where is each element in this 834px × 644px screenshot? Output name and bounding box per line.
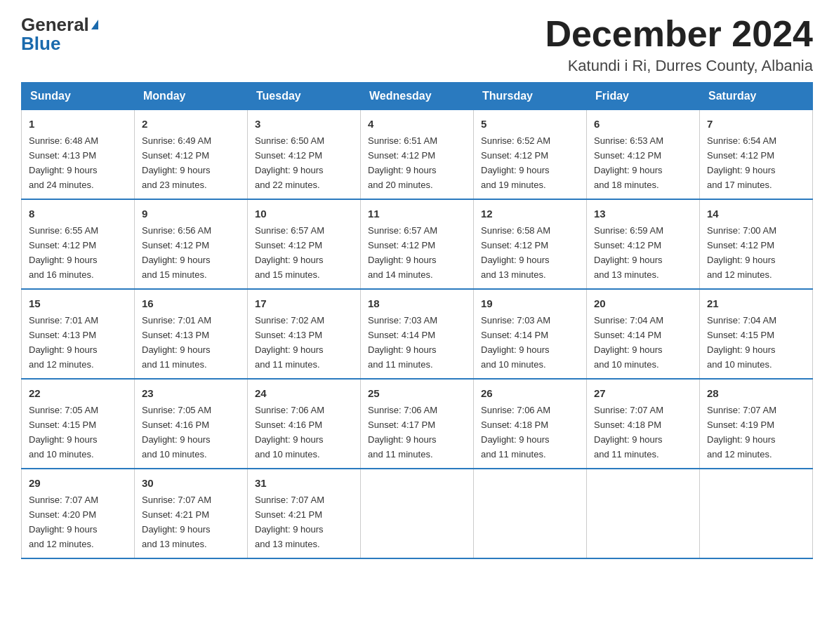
day-number: 16 bbox=[142, 295, 240, 311]
day-number: 9 bbox=[142, 206, 240, 222]
day-number: 17 bbox=[255, 295, 353, 311]
daylight-label: Daylight: 9 hours bbox=[481, 165, 550, 175]
sunrise-info: Sunrise: 7:07 AM bbox=[255, 495, 324, 505]
daylight-minutes: and 10 minutes. bbox=[142, 449, 207, 459]
sunrise-info: Sunrise: 7:03 AM bbox=[481, 315, 550, 326]
sunrise-info: Sunrise: 6:57 AM bbox=[255, 225, 324, 236]
page-subtitle: Katundi i Ri, Durres County, Albania bbox=[545, 57, 813, 75]
day-number: 31 bbox=[255, 475, 353, 491]
sunset-info: Sunset: 4:12 PM bbox=[29, 240, 96, 250]
calendar-cell bbox=[700, 469, 813, 558]
daylight-label: Daylight: 9 hours bbox=[707, 165, 776, 175]
calendar-cell bbox=[474, 469, 587, 558]
day-number: 18 bbox=[368, 295, 466, 311]
calendar-cell: 19 Sunrise: 7:03 AM Sunset: 4:14 PM Dayl… bbox=[474, 289, 587, 379]
day-number: 11 bbox=[368, 206, 466, 222]
daylight-label: Daylight: 9 hours bbox=[29, 524, 98, 535]
sunrise-info: Sunrise: 7:02 AM bbox=[255, 315, 324, 326]
daylight-minutes: and 13 minutes. bbox=[255, 539, 320, 549]
calendar-cell: 7 Sunrise: 6:54 AM Sunset: 4:12 PM Dayli… bbox=[700, 110, 813, 199]
day-number: 6 bbox=[594, 116, 692, 132]
header-friday: Friday bbox=[587, 83, 700, 110]
daylight-minutes: and 11 minutes. bbox=[481, 449, 546, 459]
daylight-minutes: and 10 minutes. bbox=[481, 359, 546, 370]
day-number: 22 bbox=[29, 385, 127, 401]
daylight-label: Daylight: 9 hours bbox=[29, 434, 98, 445]
day-number: 23 bbox=[142, 385, 240, 401]
sunrise-info: Sunrise: 7:01 AM bbox=[142, 315, 211, 326]
daylight-minutes: and 11 minutes. bbox=[255, 359, 320, 370]
calendar-cell: 24 Sunrise: 7:06 AM Sunset: 4:16 PM Dayl… bbox=[248, 379, 361, 469]
day-number: 19 bbox=[481, 295, 579, 311]
calendar-week-5: 29 Sunrise: 7:07 AM Sunset: 4:20 PM Dayl… bbox=[22, 469, 813, 558]
daylight-label: Daylight: 9 hours bbox=[29, 344, 98, 355]
sunset-info: Sunset: 4:12 PM bbox=[142, 150, 209, 161]
calendar-week-2: 8 Sunrise: 6:55 AM Sunset: 4:12 PM Dayli… bbox=[22, 199, 813, 289]
page-header: General Blue December 2024 Katundi i Ri,… bbox=[21, 14, 813, 75]
title-block: December 2024 Katundi i Ri, Durres Count… bbox=[545, 14, 813, 75]
daylight-minutes: and 10 minutes. bbox=[707, 359, 772, 370]
daylight-label: Daylight: 9 hours bbox=[368, 165, 437, 175]
sunset-info: Sunset: 4:14 PM bbox=[594, 330, 661, 340]
daylight-minutes: and 15 minutes. bbox=[142, 269, 207, 280]
daylight-minutes: and 13 minutes. bbox=[142, 539, 207, 549]
daylight-minutes: and 19 minutes. bbox=[481, 180, 546, 190]
sunset-info: Sunset: 4:13 PM bbox=[255, 330, 322, 340]
day-number: 28 bbox=[707, 385, 805, 401]
calendar-cell: 30 Sunrise: 7:07 AM Sunset: 4:21 PM Dayl… bbox=[135, 469, 248, 558]
sunset-info: Sunset: 4:21 PM bbox=[255, 509, 322, 520]
sunset-info: Sunset: 4:16 PM bbox=[255, 420, 322, 430]
sunrise-info: Sunrise: 6:53 AM bbox=[594, 135, 663, 146]
calendar-cell bbox=[587, 469, 700, 558]
daylight-minutes: and 10 minutes. bbox=[594, 359, 659, 370]
daylight-label: Daylight: 9 hours bbox=[142, 344, 211, 355]
calendar-cell: 5 Sunrise: 6:52 AM Sunset: 4:12 PM Dayli… bbox=[474, 110, 587, 199]
daylight-minutes: and 11 minutes. bbox=[368, 449, 433, 459]
daylight-minutes: and 10 minutes. bbox=[29, 449, 94, 459]
sunset-info: Sunset: 4:12 PM bbox=[255, 240, 322, 250]
day-number: 13 bbox=[594, 206, 692, 222]
header-saturday: Saturday bbox=[700, 83, 813, 110]
sunset-info: Sunset: 4:12 PM bbox=[142, 240, 209, 250]
daylight-label: Daylight: 9 hours bbox=[594, 344, 663, 355]
daylight-label: Daylight: 9 hours bbox=[707, 344, 776, 355]
sunset-info: Sunset: 4:14 PM bbox=[368, 330, 435, 340]
calendar-cell: 13 Sunrise: 6:59 AM Sunset: 4:12 PM Dayl… bbox=[587, 199, 700, 289]
daylight-minutes: and 24 minutes. bbox=[29, 180, 94, 190]
day-number: 24 bbox=[255, 385, 353, 401]
sunrise-info: Sunrise: 6:56 AM bbox=[142, 225, 211, 236]
daylight-minutes: and 15 minutes. bbox=[255, 269, 320, 280]
sunset-info: Sunset: 4:13 PM bbox=[142, 330, 209, 340]
sunrise-info: Sunrise: 7:03 AM bbox=[368, 315, 437, 326]
daylight-label: Daylight: 9 hours bbox=[481, 344, 550, 355]
daylight-minutes: and 14 minutes. bbox=[368, 269, 433, 280]
sunrise-info: Sunrise: 7:07 AM bbox=[29, 495, 98, 505]
daylight-minutes: and 11 minutes. bbox=[594, 449, 659, 459]
calendar-cell: 18 Sunrise: 7:03 AM Sunset: 4:14 PM Dayl… bbox=[361, 289, 474, 379]
daylight-label: Daylight: 9 hours bbox=[142, 255, 211, 265]
daylight-label: Daylight: 9 hours bbox=[142, 165, 211, 175]
calendar-cell: 29 Sunrise: 7:07 AM Sunset: 4:20 PM Dayl… bbox=[22, 469, 135, 558]
day-number: 3 bbox=[255, 116, 353, 132]
sunset-info: Sunset: 4:21 PM bbox=[142, 509, 209, 520]
day-number: 20 bbox=[594, 295, 692, 311]
daylight-label: Daylight: 9 hours bbox=[481, 255, 550, 265]
daylight-minutes: and 22 minutes. bbox=[255, 180, 320, 190]
daylight-label: Daylight: 9 hours bbox=[368, 434, 437, 445]
daylight-minutes: and 18 minutes. bbox=[594, 180, 659, 190]
daylight-minutes: and 11 minutes. bbox=[142, 359, 207, 370]
sunrise-info: Sunrise: 7:05 AM bbox=[142, 405, 211, 415]
sunrise-info: Sunrise: 6:48 AM bbox=[29, 135, 98, 146]
sunset-info: Sunset: 4:19 PM bbox=[707, 420, 774, 430]
daylight-label: Daylight: 9 hours bbox=[368, 255, 437, 265]
sunset-info: Sunset: 4:18 PM bbox=[481, 420, 548, 430]
sunrise-info: Sunrise: 6:55 AM bbox=[29, 225, 98, 236]
daylight-minutes: and 10 minutes. bbox=[255, 449, 320, 459]
daylight-label: Daylight: 9 hours bbox=[142, 524, 211, 535]
sunset-info: Sunset: 4:12 PM bbox=[368, 240, 435, 250]
sunset-info: Sunset: 4:18 PM bbox=[594, 420, 661, 430]
calendar-cell: 26 Sunrise: 7:06 AM Sunset: 4:18 PM Dayl… bbox=[474, 379, 587, 469]
calendar-cell: 12 Sunrise: 6:58 AM Sunset: 4:12 PM Dayl… bbox=[474, 199, 587, 289]
sunset-info: Sunset: 4:12 PM bbox=[594, 240, 661, 250]
sunrise-info: Sunrise: 6:57 AM bbox=[368, 225, 437, 236]
